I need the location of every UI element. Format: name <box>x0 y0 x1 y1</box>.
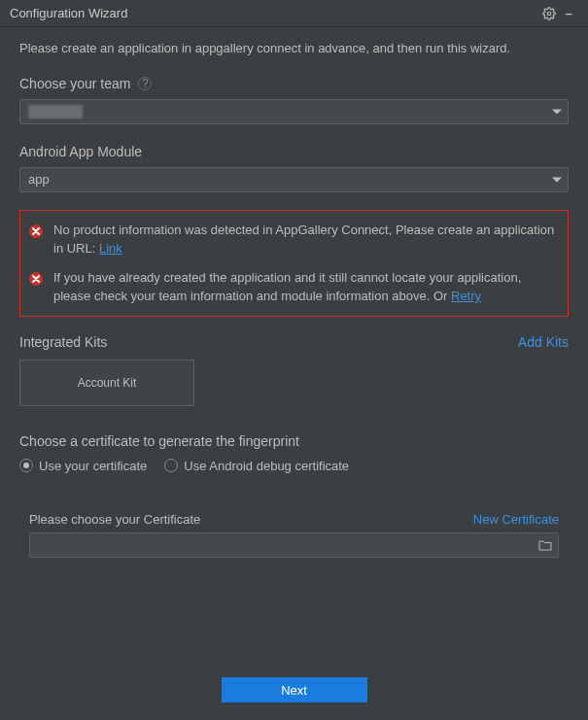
gear-icon[interactable] <box>539 4 559 23</box>
radio-use-debug-certificate[interactable]: Use Android debug certificate <box>164 459 349 473</box>
link-url[interactable]: Link <box>99 241 122 256</box>
error-item: If you have already created the applicat… <box>28 268 558 306</box>
team-label: Choose your team ? <box>19 76 569 91</box>
team-dropdown[interactable] <box>19 99 569 124</box>
radio-icon <box>19 459 33 472</box>
chevron-down-icon <box>552 177 562 182</box>
folder-icon[interactable] <box>538 539 552 551</box>
svg-point-0 <box>547 12 551 16</box>
team-value-redacted <box>28 105 83 119</box>
chevron-down-icon <box>552 109 562 114</box>
error-box: No product information was detected in A… <box>19 210 569 317</box>
module-dropdown[interactable]: app <box>19 167 569 192</box>
radio-use-your-certificate[interactable]: Use your certificate <box>19 459 147 473</box>
kit-chip[interactable]: Account Kit <box>19 360 194 406</box>
error-icon <box>28 271 44 287</box>
error-text: If you have already created the applicat… <box>53 268 558 306</box>
module-label: Android App Module <box>19 144 569 159</box>
help-icon[interactable]: ? <box>138 77 152 90</box>
new-certificate-link[interactable]: New Certificate <box>473 512 559 527</box>
window-title: Configuration Wizard <box>10 6 539 20</box>
intro-text: Please create an application in appgalle… <box>19 39 569 58</box>
titlebar: Configuration Wizard – <box>0 0 588 27</box>
cert-section-label: Choose a certificate to generate the fin… <box>19 433 569 449</box>
retry-link[interactable]: Retry <box>451 289 481 303</box>
certificate-path-input[interactable] <box>29 532 559 558</box>
next-button[interactable]: Next <box>222 677 367 703</box>
cert-choose-label: Please choose your Certificate <box>29 512 200 527</box>
minimize-icon[interactable]: – <box>559 4 578 23</box>
radio-icon <box>164 459 178 472</box>
error-icon <box>28 223 44 239</box>
add-kits-link[interactable]: Add Kits <box>518 334 569 350</box>
cert-row: Please choose your Certificate New Certi… <box>29 512 559 527</box>
error-item: No product information was detected in A… <box>28 221 558 258</box>
kits-label: Integrated Kits <box>19 334 107 350</box>
footer: Next <box>0 677 588 703</box>
module-value: app <box>28 172 50 187</box>
kits-header: Integrated Kits Add Kits <box>19 334 569 350</box>
cert-radio-group: Use your certificate Use Android debug c… <box>19 459 569 473</box>
error-text: No product information was detected in A… <box>53 221 558 258</box>
